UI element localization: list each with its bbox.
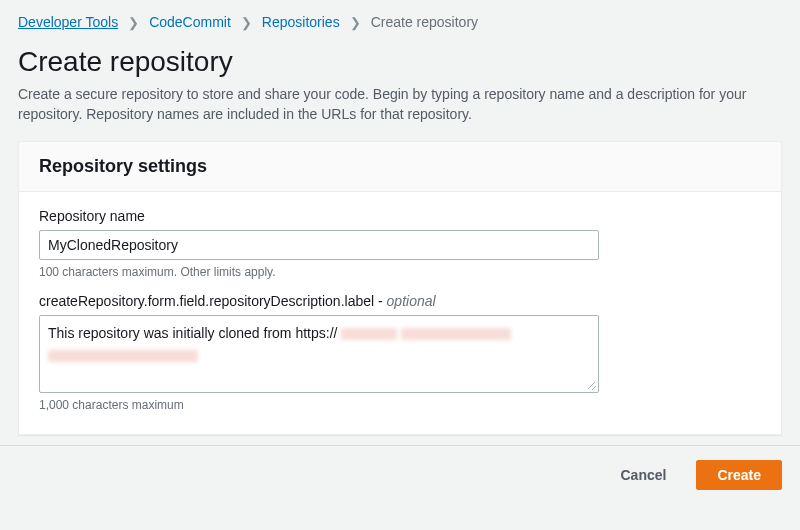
repository-name-input[interactable] — [39, 230, 599, 260]
breadcrumb: Developer Tools ❯ CodeCommit ❯ Repositor… — [18, 14, 782, 30]
breadcrumb-codecommit[interactable]: CodeCommit — [149, 14, 231, 30]
redacted-text — [48, 350, 198, 362]
description-text: This repository was initially cloned fro… — [48, 325, 337, 341]
redacted-text — [401, 328, 511, 340]
page-description: Create a secure repository to store and … — [18, 84, 782, 125]
chevron-right-icon: ❯ — [241, 15, 252, 30]
form-actions: Cancel Create — [0, 445, 800, 504]
repository-name-hint: 100 characters maximum. Other limits app… — [39, 265, 761, 279]
cancel-button[interactable]: Cancel — [600, 460, 686, 490]
page-title: Create repository — [18, 46, 782, 78]
breadcrumb-current: Create repository — [371, 14, 478, 30]
repository-name-field: Repository name 100 characters maximum. … — [39, 208, 761, 279]
repository-description-field: createRepository.form.field.repositoryDe… — [39, 293, 761, 412]
chevron-right-icon: ❯ — [350, 15, 361, 30]
repository-name-label: Repository name — [39, 208, 761, 224]
panel-title: Repository settings — [39, 156, 761, 177]
create-button[interactable]: Create — [696, 460, 782, 490]
breadcrumb-developer-tools[interactable]: Developer Tools — [18, 14, 118, 30]
repository-description-label: createRepository.form.field.repositoryDe… — [39, 293, 761, 309]
repository-settings-panel: Repository settings Repository name 100 … — [18, 141, 782, 435]
panel-header: Repository settings — [19, 142, 781, 192]
breadcrumb-repositories[interactable]: Repositories — [262, 14, 340, 30]
chevron-right-icon: ❯ — [128, 15, 139, 30]
redacted-text — [341, 328, 397, 340]
repository-description-input[interactable]: This repository was initially cloned fro… — [39, 315, 599, 393]
repository-description-hint: 1,000 characters maximum — [39, 398, 761, 412]
